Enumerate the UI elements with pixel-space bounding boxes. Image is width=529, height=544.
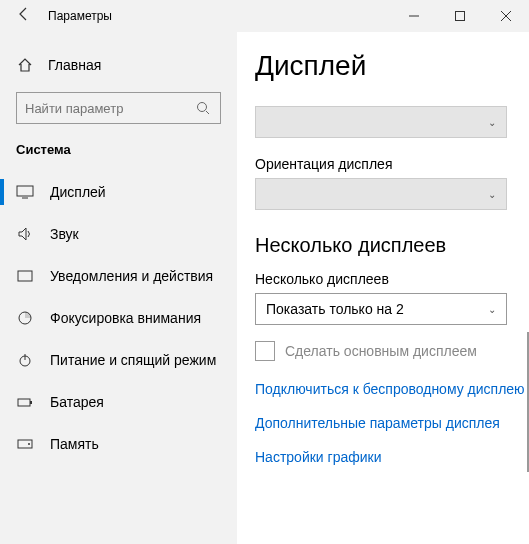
maximize-button[interactable] — [437, 0, 483, 32]
notifications-icon — [16, 267, 34, 285]
close-button[interactable] — [483, 0, 529, 32]
nav-label: Батарея — [50, 394, 104, 410]
link-advanced-display[interactable]: Дополнительные параметры дисплея — [255, 415, 529, 431]
sidebar-item-battery[interactable]: Батарея — [0, 381, 237, 423]
home-label: Главная — [48, 57, 101, 73]
nav-label: Питание и спящий режим — [50, 352, 216, 368]
multi-display-select[interactable]: Показать только на 2 ⌄ — [255, 293, 507, 325]
sidebar-item-notifications[interactable]: Уведомления и действия — [0, 255, 237, 297]
checkbox-label: Сделать основным дисплеем — [285, 343, 477, 359]
orientation-label: Ориентация дисплея — [255, 156, 529, 172]
storage-icon — [16, 435, 34, 453]
battery-icon — [16, 393, 34, 411]
svg-rect-6 — [18, 399, 30, 406]
home-nav[interactable]: Главная — [0, 46, 237, 84]
sidebar-item-display[interactable]: Дисплей — [0, 171, 237, 213]
sidebar: Главная Система Дисплей Звук Уведомления… — [0, 32, 237, 544]
select-value: Показать только на 2 — [266, 301, 404, 317]
category-header: Система — [0, 142, 237, 171]
nav-label: Звук — [50, 226, 79, 242]
chevron-down-icon: ⌄ — [488, 189, 496, 200]
checkbox[interactable] — [255, 341, 275, 361]
window-title: Параметры — [48, 9, 112, 23]
search-box[interactable] — [16, 92, 221, 124]
sidebar-item-power[interactable]: Питание и спящий режим — [0, 339, 237, 381]
minimize-button[interactable] — [391, 0, 437, 32]
svg-rect-2 — [17, 186, 33, 196]
nav-label: Дисплей — [50, 184, 106, 200]
link-wireless-display[interactable]: Подключиться к беспроводному дисплею — [255, 381, 529, 397]
svg-point-9 — [28, 443, 30, 445]
nav-label: Уведомления и действия — [50, 268, 213, 284]
back-button[interactable] — [0, 6, 48, 26]
search-input[interactable] — [25, 101, 194, 116]
focus-icon — [16, 309, 34, 327]
multi-display-heading: Несколько дисплеев — [255, 234, 529, 257]
multi-display-label: Несколько дисплеев — [255, 271, 529, 287]
sidebar-item-storage[interactable]: Память — [0, 423, 237, 465]
nav-label: Память — [50, 436, 99, 452]
chevron-down-icon: ⌄ — [488, 304, 496, 315]
svg-rect-7 — [30, 401, 32, 404]
main-panel: Дисплей ⌄ Ориентация дисплея ⌄ Несколько… — [237, 32, 529, 544]
sidebar-item-focus[interactable]: Фокусировка внимания — [0, 297, 237, 339]
sound-icon — [16, 225, 34, 243]
link-graphics-settings[interactable]: Настройки графики — [255, 449, 529, 465]
scale-dropdown[interactable]: ⌄ — [255, 106, 507, 138]
sidebar-item-sound[interactable]: Звук — [0, 213, 237, 255]
display-icon — [16, 183, 34, 201]
primary-display-checkbox-row[interactable]: Сделать основным дисплеем — [255, 341, 529, 361]
svg-rect-3 — [18, 271, 32, 281]
power-icon — [16, 351, 34, 369]
search-icon — [194, 99, 212, 117]
page-heading: Дисплей — [255, 50, 529, 82]
nav-label: Фокусировка внимания — [50, 310, 201, 326]
chevron-down-icon: ⌄ — [488, 117, 496, 128]
svg-point-1 — [198, 103, 207, 112]
svg-rect-0 — [456, 12, 465, 21]
home-icon — [16, 56, 34, 74]
orientation-dropdown[interactable]: ⌄ — [255, 178, 507, 210]
